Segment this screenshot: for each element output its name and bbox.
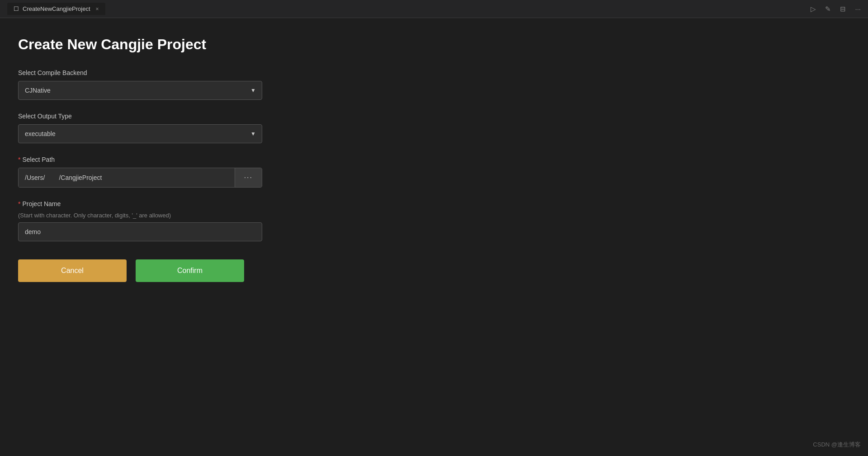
toolbar-icons: ▷ ✎ ⊟ ··· bbox=[811, 5, 861, 13]
title-bar: ☐ CreateNewCangjieProject × ▷ ✎ ⊟ ··· bbox=[0, 0, 868, 18]
file-icon: ☐ bbox=[14, 5, 19, 12]
path-input-wrapper: ··· bbox=[18, 168, 262, 188]
path-label: *Select Path bbox=[18, 156, 298, 163]
more-icon[interactable]: ··· bbox=[855, 5, 861, 13]
output-type-select[interactable]: executable library static_library bbox=[18, 124, 262, 143]
active-tab[interactable]: ☐ CreateNewCangjieProject × bbox=[7, 3, 105, 15]
project-name-input[interactable] bbox=[18, 222, 262, 241]
tab-bar: ☐ CreateNewCangjieProject × bbox=[7, 3, 105, 15]
output-type-group: Select Output Type executable library st… bbox=[18, 113, 298, 143]
main-content: Create New Cangjie Project Select Compil… bbox=[0, 18, 316, 300]
project-name-hint: (Start with character. Only character, d… bbox=[18, 212, 298, 219]
watermark: CSDN @逢生博客 bbox=[813, 441, 861, 449]
path-browse-button[interactable]: ··· bbox=[235, 168, 262, 187]
compile-backend-select[interactable]: CJNative LLVM JVM bbox=[18, 81, 262, 100]
path-required-star: * bbox=[18, 156, 20, 163]
compile-backend-select-wrapper: CJNative LLVM JVM ▼ bbox=[18, 81, 262, 100]
tab-label: CreateNewCangjieProject bbox=[23, 5, 90, 12]
compile-backend-group: Select Compile Backend CJNative LLVM JVM… bbox=[18, 69, 298, 100]
project-name-label: *Project Name bbox=[18, 200, 298, 207]
compile-backend-label: Select Compile Backend bbox=[18, 69, 298, 76]
run-icon[interactable]: ▷ bbox=[811, 5, 816, 13]
split-icon[interactable]: ⊟ bbox=[840, 5, 846, 13]
output-type-select-wrapper: executable library static_library ▼ bbox=[18, 124, 262, 143]
button-row: Cancel Confirm bbox=[18, 259, 298, 282]
project-name-group: *Project Name (Start with character. Onl… bbox=[18, 200, 298, 241]
path-group: *Select Path ··· bbox=[18, 156, 298, 188]
path-input[interactable] bbox=[19, 168, 235, 187]
project-name-required-star: * bbox=[18, 200, 20, 207]
output-type-label: Select Output Type bbox=[18, 113, 298, 120]
cancel-button[interactable]: Cancel bbox=[18, 259, 127, 282]
page-title: Create New Cangjie Project bbox=[18, 36, 298, 53]
edit-icon[interactable]: ✎ bbox=[825, 5, 831, 13]
confirm-button[interactable]: Confirm bbox=[136, 259, 244, 282]
tab-close-button[interactable]: × bbox=[96, 6, 99, 12]
